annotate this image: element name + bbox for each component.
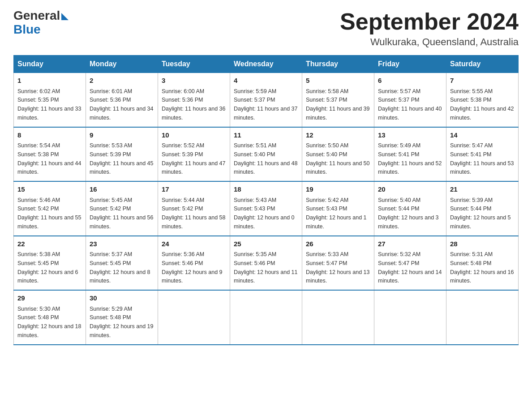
calendar-cell: 21Sunrise: 5:39 AMSunset: 5:44 PMDayligh…: [446, 181, 519, 236]
day-info: Sunrise: 5:37 AMSunset: 5:45 PMDaylight:…: [90, 251, 150, 284]
calendar-cell: 22Sunrise: 5:38 AMSunset: 5:45 PMDayligh…: [14, 236, 86, 291]
calendar-cell: 15Sunrise: 5:46 AMSunset: 5:42 PMDayligh…: [14, 181, 86, 236]
day-number: 5: [306, 76, 370, 86]
day-info: Sunrise: 6:00 AMSunset: 5:36 PMDaylight:…: [162, 88, 225, 121]
calendar-cell: 18Sunrise: 5:43 AMSunset: 5:43 PMDayligh…: [230, 181, 302, 236]
day-info: Sunrise: 5:36 AMSunset: 5:46 PMDaylight:…: [162, 251, 223, 284]
day-number: 26: [306, 239, 370, 249]
calendar-cell: [230, 290, 302, 345]
day-info: Sunrise: 5:52 AMSunset: 5:39 PMDaylight:…: [162, 142, 225, 175]
col-header-tuesday: Tuesday: [158, 56, 230, 73]
day-info: Sunrise: 5:46 AMSunset: 5:42 PMDaylight:…: [17, 197, 81, 230]
day-info: Sunrise: 5:58 AMSunset: 5:37 PMDaylight:…: [306, 88, 369, 121]
calendar-cell: 11Sunrise: 5:51 AMSunset: 5:40 PMDayligh…: [230, 127, 302, 182]
calendar-cell: 3Sunrise: 6:00 AMSunset: 5:36 PMDaylight…: [158, 73, 230, 127]
day-info: Sunrise: 5:43 AMSunset: 5:43 PMDaylight:…: [234, 197, 295, 230]
day-info: Sunrise: 5:47 AMSunset: 5:41 PMDaylight:…: [450, 142, 514, 175]
day-number: 28: [450, 239, 515, 249]
day-number: 25: [234, 239, 298, 249]
day-info: Sunrise: 5:30 AMSunset: 5:48 PMDaylight:…: [17, 306, 81, 338]
day-number: 23: [90, 239, 154, 249]
day-number: 29: [17, 293, 82, 304]
day-info: Sunrise: 5:57 AMSunset: 5:37 PMDaylight:…: [378, 88, 442, 121]
day-number: 9: [90, 130, 154, 141]
day-info: Sunrise: 5:38 AMSunset: 5:45 PMDaylight:…: [17, 251, 78, 284]
day-number: 6: [378, 76, 442, 86]
day-number: 27: [378, 239, 442, 249]
week-row-3: 15Sunrise: 5:46 AMSunset: 5:42 PMDayligh…: [14, 181, 519, 236]
week-row-2: 8Sunrise: 5:54 AMSunset: 5:38 PMDaylight…: [14, 127, 519, 182]
day-info: Sunrise: 5:40 AMSunset: 5:44 PMDaylight:…: [378, 197, 439, 230]
day-number: 24: [162, 239, 226, 249]
calendar-cell: 9Sunrise: 5:53 AMSunset: 5:39 PMDaylight…: [86, 127, 158, 182]
day-info: Sunrise: 5:29 AMSunset: 5:48 PMDaylight:…: [90, 306, 153, 338]
month-title: September 2024: [340, 9, 519, 34]
title-block: September 2024 Wulkuraka, Queensland, Au…: [340, 9, 519, 48]
col-header-friday: Friday: [374, 56, 446, 73]
week-row-5: 29Sunrise: 5:30 AMSunset: 5:48 PMDayligh…: [14, 290, 519, 345]
col-header-saturday: Saturday: [446, 56, 519, 73]
calendar-cell: 8Sunrise: 5:54 AMSunset: 5:38 PMDaylight…: [14, 127, 86, 182]
day-number: 18: [234, 184, 298, 195]
day-info: Sunrise: 5:42 AMSunset: 5:43 PMDaylight:…: [306, 197, 367, 230]
day-info: Sunrise: 5:54 AMSunset: 5:38 PMDaylight:…: [17, 142, 81, 175]
day-number: 22: [17, 239, 82, 249]
day-number: 14: [450, 130, 515, 141]
calendar-cell: 2Sunrise: 6:01 AMSunset: 5:36 PMDaylight…: [86, 73, 158, 127]
day-number: 2: [90, 76, 154, 86]
day-number: 19: [306, 184, 370, 195]
day-number: 17: [162, 184, 226, 195]
calendar-cell: 4Sunrise: 5:59 AMSunset: 5:37 PMDaylight…: [230, 73, 302, 127]
week-row-4: 22Sunrise: 5:38 AMSunset: 5:45 PMDayligh…: [14, 236, 519, 291]
day-number: 15: [17, 184, 82, 195]
calendar-cell: 17Sunrise: 5:44 AMSunset: 5:42 PMDayligh…: [158, 181, 230, 236]
col-header-monday: Monday: [86, 56, 158, 73]
logo: General Blue: [13, 9, 69, 37]
calendar-cell: 6Sunrise: 5:57 AMSunset: 5:37 PMDaylight…: [374, 73, 446, 127]
day-info: Sunrise: 5:51 AMSunset: 5:40 PMDaylight:…: [234, 142, 297, 175]
calendar-cell: 27Sunrise: 5:32 AMSunset: 5:47 PMDayligh…: [374, 236, 446, 291]
day-info: Sunrise: 6:01 AMSunset: 5:36 PMDaylight:…: [90, 88, 153, 121]
calendar-cell: 16Sunrise: 5:45 AMSunset: 5:42 PMDayligh…: [86, 181, 158, 236]
calendar-cell: 24Sunrise: 5:36 AMSunset: 5:46 PMDayligh…: [158, 236, 230, 291]
calendar-cell: [374, 290, 446, 345]
col-header-sunday: Sunday: [14, 56, 86, 73]
day-number: 20: [378, 184, 442, 195]
calendar-cell: 1Sunrise: 6:02 AMSunset: 5:35 PMDaylight…: [14, 73, 86, 127]
calendar-cell: 13Sunrise: 5:49 AMSunset: 5:41 PMDayligh…: [374, 127, 446, 182]
day-info: Sunrise: 5:31 AMSunset: 5:48 PMDaylight:…: [450, 251, 514, 284]
day-number: 4: [234, 76, 298, 86]
day-info: Sunrise: 5:44 AMSunset: 5:42 PMDaylight:…: [162, 197, 225, 230]
day-info: Sunrise: 5:49 AMSunset: 5:41 PMDaylight:…: [378, 142, 442, 175]
calendar-cell: 26Sunrise: 5:33 AMSunset: 5:47 PMDayligh…: [302, 236, 374, 291]
logo-blue: Blue: [13, 23, 41, 37]
day-number: 1: [17, 76, 82, 86]
calendar-cell: 23Sunrise: 5:37 AMSunset: 5:45 PMDayligh…: [86, 236, 158, 291]
col-header-wednesday: Wednesday: [230, 56, 302, 73]
calendar-cell: 29Sunrise: 5:30 AMSunset: 5:48 PMDayligh…: [14, 290, 86, 345]
day-info: Sunrise: 5:50 AMSunset: 5:40 PMDaylight:…: [306, 142, 369, 175]
day-number: 21: [450, 184, 515, 195]
day-number: 12: [306, 130, 370, 141]
calendar-cell: 25Sunrise: 5:35 AMSunset: 5:46 PMDayligh…: [230, 236, 302, 291]
calendar-cell: 5Sunrise: 5:58 AMSunset: 5:37 PMDaylight…: [302, 73, 374, 127]
col-header-thursday: Thursday: [302, 56, 374, 73]
day-number: 8: [17, 130, 82, 141]
calendar-cell: 10Sunrise: 5:52 AMSunset: 5:39 PMDayligh…: [158, 127, 230, 182]
day-info: Sunrise: 5:53 AMSunset: 5:39 PMDaylight:…: [90, 142, 153, 175]
day-info: Sunrise: 6:02 AMSunset: 5:35 PMDaylight:…: [17, 88, 81, 121]
day-info: Sunrise: 5:32 AMSunset: 5:47 PMDaylight:…: [378, 251, 442, 284]
calendar-table: SundayMondayTuesdayWednesdayThursdayFrid…: [13, 55, 519, 345]
day-number: 11: [234, 130, 298, 141]
calendar-cell: 14Sunrise: 5:47 AMSunset: 5:41 PMDayligh…: [446, 127, 519, 182]
calendar-cell: 7Sunrise: 5:55 AMSunset: 5:38 PMDaylight…: [446, 73, 519, 127]
day-number: 16: [90, 184, 154, 195]
day-info: Sunrise: 5:59 AMSunset: 5:37 PMDaylight:…: [234, 88, 297, 121]
calendar-cell: 20Sunrise: 5:40 AMSunset: 5:44 PMDayligh…: [374, 181, 446, 236]
day-number: 7: [450, 76, 515, 86]
calendar-cell: 12Sunrise: 5:50 AMSunset: 5:40 PMDayligh…: [302, 127, 374, 182]
calendar-cell: 30Sunrise: 5:29 AMSunset: 5:48 PMDayligh…: [86, 290, 158, 345]
calendar-cell: 19Sunrise: 5:42 AMSunset: 5:43 PMDayligh…: [302, 181, 374, 236]
week-row-1: 1Sunrise: 6:02 AMSunset: 5:35 PMDaylight…: [14, 73, 519, 127]
day-number: 3: [162, 76, 226, 86]
